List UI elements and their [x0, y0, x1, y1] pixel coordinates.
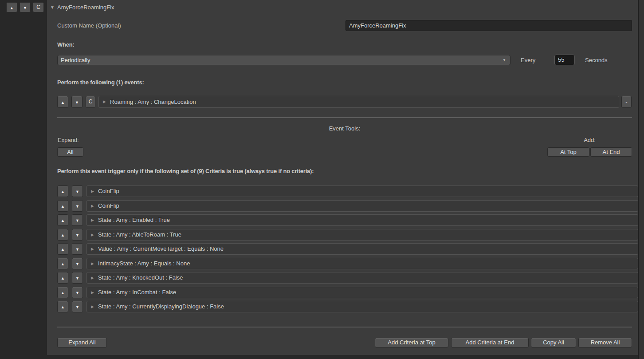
criteria-header: Perform this event trigger only if the f…: [57, 168, 314, 174]
when-dropdown-value: Periodically: [61, 57, 90, 63]
remove-all-criteria-button[interactable]: Remove All: [578, 338, 632, 347]
interval-seconds-input[interactable]: 55: [554, 55, 575, 65]
down-arrow-icon: ▼: [75, 204, 79, 209]
criterion-move-down-button[interactable]: ▼: [72, 185, 83, 197]
up-arrow-icon: ▲: [61, 247, 65, 252]
up-arrow-icon: ▲: [61, 189, 65, 194]
criterion-foldout[interactable]: ▶State : Amy : InCombat : False: [86, 287, 638, 298]
up-arrow-icon: ▲: [61, 276, 65, 280]
criterion-foldout[interactable]: ▶State : Amy : AbleToRoam : True: [86, 229, 638, 241]
up-arrow-icon: ▲: [61, 233, 65, 237]
custom-name-label: Custom Name (Optional): [57, 22, 121, 29]
criterion-move-down-button[interactable]: ▼: [72, 200, 83, 212]
down-arrow-icon: ▼: [75, 233, 79, 237]
up-arrow-icon: ▲: [61, 218, 65, 223]
up-arrow-icon: ▲: [61, 204, 65, 209]
criterion-label: Value : Amy : CurrentMoveTarget : Equals…: [98, 245, 224, 252]
criterion-move-up-button[interactable]: ▲: [57, 301, 68, 312]
foldout-closed-icon: ▶: [91, 301, 94, 312]
foldout-closed-icon: ▶: [91, 201, 94, 211]
criterion-move-up-button[interactable]: ▲: [57, 200, 68, 212]
criterion-foldout[interactable]: ▶State : Amy : Enabled : True: [86, 214, 638, 226]
criterion-move-down-button[interactable]: ▼: [72, 243, 83, 255]
criterion-label: State : Amy : AbleToRoam : True: [98, 231, 181, 238]
trigger-panel: ▼ AmyForceRoamingFix Custom Name (Option…: [47, 0, 638, 355]
criterion-foldout[interactable]: ▶State : Amy : KnockedOut : False: [86, 272, 638, 284]
down-arrow-icon: ▼: [23, 6, 27, 10]
event-trigger-editor: ▲ ▼ C ▼ AmyForceRoamingFix Custom Name (…: [0, 0, 644, 359]
criterion-move-up-button[interactable]: ▲: [57, 243, 68, 255]
event-move-up-button[interactable]: ▲: [57, 96, 68, 108]
down-arrow-icon: ▼: [75, 189, 79, 194]
foldout-closed-icon: ▶: [91, 272, 94, 283]
criterion-move-up-button[interactable]: ▲: [57, 258, 68, 269]
foldout-closed-icon: ▶: [91, 229, 94, 240]
down-arrow-icon: ▼: [75, 247, 79, 252]
trigger-copy-button[interactable]: C: [33, 2, 44, 12]
criterion-move-down-button[interactable]: ▼: [72, 229, 83, 241]
down-arrow-icon: ▼: [75, 218, 79, 223]
seconds-label: Seconds: [585, 57, 608, 63]
expand-all-events-button[interactable]: All: [57, 147, 83, 157]
criterion-label: CoinFlip: [98, 188, 119, 194]
criterion-move-up-button[interactable]: ▲: [57, 229, 68, 241]
event-foldout[interactable]: ▶ Roaming : Amy : ChangeLocation: [98, 96, 619, 108]
criterion-label: State : Amy : CurrentlyDisplayingDialogu…: [98, 303, 224, 310]
foldout-open-icon[interactable]: ▼: [50, 5, 55, 10]
criterion-move-down-button[interactable]: ▼: [72, 301, 83, 312]
criterion-move-up-button[interactable]: ▲: [57, 214, 68, 226]
every-label: Every: [521, 57, 535, 63]
foldout-closed-icon: ▶: [91, 244, 94, 254]
criterion-foldout[interactable]: ▶IntimacyState : Amy : Equals : None: [86, 258, 638, 269]
criterion-foldout[interactable]: ▶CoinFlip: [86, 200, 638, 212]
up-arrow-icon: ▲: [61, 291, 65, 295]
add-event-at-end-button[interactable]: At End: [590, 147, 632, 157]
criterion-label: State : Amy : KnockedOut : False: [98, 274, 183, 281]
add-event-at-top-button[interactable]: At Top: [547, 147, 589, 157]
when-label: When:: [57, 41, 75, 48]
trigger-move-down-button[interactable]: ▼: [20, 2, 31, 12]
criterion-label: CoinFlip: [98, 202, 119, 209]
custom-name-input[interactable]: AmyForceRoamingFix: [346, 20, 632, 31]
down-arrow-icon: ▼: [75, 100, 79, 105]
divider: [57, 117, 632, 118]
down-arrow-icon: ▼: [75, 262, 79, 266]
criterion-move-up-button[interactable]: ▲: [57, 185, 68, 197]
event-remove-button[interactable]: -: [621, 96, 632, 108]
scrollbar-track[interactable]: [638, 0, 644, 359]
expand-all-criteria-button[interactable]: Expand All: [57, 338, 107, 347]
up-arrow-icon: ▲: [10, 6, 14, 10]
criterion-foldout[interactable]: ▶State : Amy : CurrentlyDisplayingDialog…: [86, 301, 638, 312]
criterion-move-down-button[interactable]: ▼: [72, 272, 83, 284]
trigger-move-up-button[interactable]: ▲: [6, 2, 17, 12]
foldout-closed-icon: ▶: [91, 215, 94, 225]
criterion-move-up-button[interactable]: ▲: [57, 272, 68, 284]
criterion-move-up-button[interactable]: ▲: [57, 287, 68, 298]
down-arrow-icon: ▼: [75, 305, 79, 309]
when-dropdown[interactable]: Periodically ▼: [57, 55, 510, 65]
add-criteria-at-end-button[interactable]: Add Criteria at End: [451, 338, 529, 347]
copy-all-criteria-button[interactable]: Copy All: [531, 338, 576, 347]
criterion-foldout[interactable]: ▶Value : Amy : CurrentMoveTarget : Equal…: [86, 243, 638, 255]
foldout-closed-icon: ▶: [91, 186, 94, 197]
dropdown-arrow-icon: ▼: [503, 55, 506, 65]
divider: [57, 327, 632, 327]
criterion-move-down-button[interactable]: ▼: [72, 258, 83, 269]
down-arrow-icon: ▼: [75, 291, 79, 295]
add-criteria-at-top-button[interactable]: Add Criteria at Top: [375, 338, 448, 347]
event-tools-title: Event Tools:: [57, 125, 632, 132]
event-foldout-label: Roaming : Amy : ChangeLocation: [110, 99, 196, 105]
event-copy-button[interactable]: C: [86, 96, 95, 108]
expand-label: Expand:: [58, 137, 79, 143]
down-arrow-icon: ▼: [75, 276, 79, 280]
criterion-label: IntimacyState : Amy : Equals : None: [98, 260, 190, 267]
criterion-foldout[interactable]: ▶CoinFlip: [86, 185, 638, 197]
criterion-move-down-button[interactable]: ▼: [72, 287, 83, 298]
up-arrow-icon: ▲: [61, 305, 65, 309]
event-move-down-button[interactable]: ▼: [71, 96, 82, 108]
add-label: Add:: [547, 137, 632, 143]
foldout-closed-icon: ▶: [103, 96, 106, 107]
trigger-title[interactable]: AmyForceRoamingFix: [57, 4, 114, 11]
criterion-move-down-button[interactable]: ▼: [72, 214, 83, 226]
foldout-closed-icon: ▶: [91, 287, 94, 298]
